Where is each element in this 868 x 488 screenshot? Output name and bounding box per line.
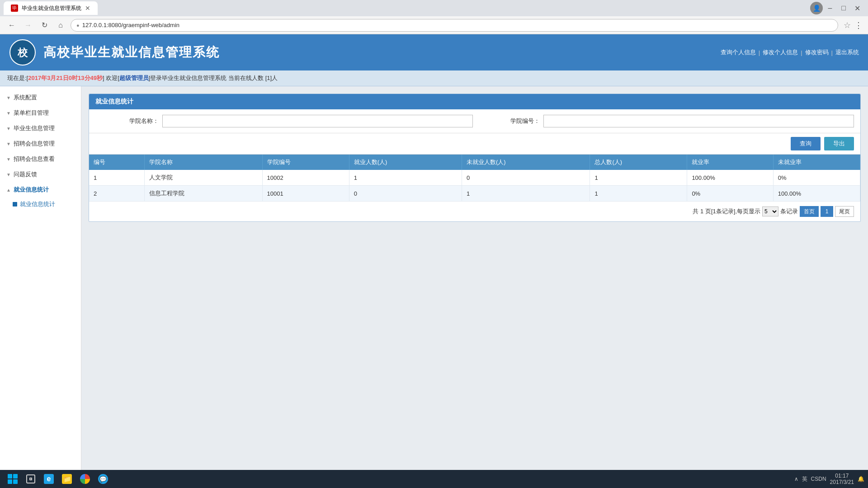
cell-employed-2: 0 xyxy=(349,186,462,202)
nav-edit-profile[interactable]: 修改个人信息 xyxy=(763,48,798,56)
cell-total-1: 1 xyxy=(590,170,687,186)
svg-text:校: 校 xyxy=(17,47,28,58)
forward-button[interactable]: → xyxy=(22,19,34,32)
app-body: ▼ 系统配置 ▼ 菜单栏目管理 ▼ 毕业生信息管理 ▼ 招聘会信息管理 ▼ 招聘… xyxy=(0,86,868,487)
nav-query-profile[interactable]: 查询个人信息 xyxy=(721,48,756,56)
col-header-unemployed: 未就业人数(人) xyxy=(462,155,590,170)
tab-title: 毕业生就业信息管理系统 xyxy=(22,5,81,12)
header-nav: 查询个人信息 | 修改个人信息 | 修改密码 | 退出系统 xyxy=(721,48,859,56)
cell-unemployed-2: 1 xyxy=(462,186,590,202)
arrow-icon-system-config: ▼ xyxy=(6,95,11,100)
cell-unemploy-rate-1: 0% xyxy=(773,170,860,186)
data-table: 编号 学院名称 学院编号 就业人数(人) 未就业人数(人) 总人数(人) 就业率… xyxy=(89,155,860,202)
cell-school-code-2: 10001 xyxy=(262,186,349,202)
taskbar: e 📁 💬 ∧ 英 CSDN 01:17 2017/3/21 🔔 xyxy=(0,470,868,487)
search-actions: 查询 导出 xyxy=(89,133,860,155)
minimize-button[interactable]: – xyxy=(824,2,836,14)
sidebar-label-menu: 菜单栏目管理 xyxy=(14,109,49,117)
tab-close-button[interactable]: ✕ xyxy=(85,5,90,12)
page-1-button[interactable]: 1 xyxy=(821,206,833,217)
pagination-summary: 共 1 页[1条记录],每页显示 xyxy=(693,207,760,216)
cell-unemployed-1: 0 xyxy=(462,170,590,186)
sidebar-subitem-employment-stats[interactable]: 就业信息统计 xyxy=(0,197,81,211)
export-button[interactable]: 导出 xyxy=(824,137,854,150)
school-code-input[interactable] xyxy=(543,115,854,127)
sidebar-item-employment-stats[interactable]: ▲ 就业信息统计 xyxy=(0,182,81,197)
cell-id-2: 2 xyxy=(89,186,144,202)
nav-divider-2: | xyxy=(801,49,802,56)
notification-icon[interactable]: 🔔 xyxy=(858,476,864,482)
clock-date: 2017/3/21 xyxy=(830,479,854,485)
task-view-button[interactable] xyxy=(23,471,39,487)
file-explorer-button[interactable]: 📁 xyxy=(59,471,75,487)
address-bar[interactable]: ● 127.0.0.1:8080/graempinf-web/admin xyxy=(71,19,838,32)
col-header-school-name: 学院名称 xyxy=(144,155,262,170)
table-header-row: 编号 学院名称 学院编号 就业人数(人) 未就业人数(人) 总人数(人) 就业率… xyxy=(89,155,860,170)
last-page-button[interactable]: 尾页 xyxy=(835,206,854,217)
sidebar-label-jobfair-view: 招聘会信息查看 xyxy=(14,155,55,163)
cell-school-code-1: 10002 xyxy=(262,170,349,186)
app-header: 校 高校毕业生就业信息管理系统 查询个人信息 | 修改个人信息 | 修改密码 |… xyxy=(0,34,868,70)
sidebar-item-job-fair-management[interactable]: ▼ 招聘会信息管理 xyxy=(0,136,81,151)
col-header-id: 编号 xyxy=(89,155,144,170)
status-mid: ] 欢迎[ xyxy=(103,75,119,81)
sidebar-label-employment: 就业信息统计 xyxy=(14,186,49,194)
panel-title: 就业信息统计 xyxy=(95,98,133,105)
taskbar-clock[interactable]: 01:17 2017/3/21 xyxy=(830,473,854,485)
profile-icon[interactable]: 👤 xyxy=(810,2,823,14)
search-form: 学院名称： 学院编号： xyxy=(89,109,860,133)
bookmark-button[interactable]: ☆ xyxy=(844,20,851,30)
arrow-icon-jobfair: ▼ xyxy=(6,141,11,146)
sidebar-item-menu-management[interactable]: ▼ 菜单栏目管理 xyxy=(0,105,81,121)
sidebar-label-jobfair: 招聘会信息管理 xyxy=(14,140,55,148)
browser-titlebar: 毕 毕业生就业信息管理系统 ✕ 👤 – □ ✕ xyxy=(0,0,868,16)
qq-button[interactable]: 💬 xyxy=(95,471,111,487)
taskbar-lang-icon[interactable]: 英 xyxy=(802,475,807,483)
cell-school-name-1: 人文学院 xyxy=(144,170,262,186)
arrow-icon-feedback: ▼ xyxy=(6,172,11,177)
home-button[interactable]: ⌂ xyxy=(54,19,67,32)
tab-favicon: 毕 xyxy=(11,5,18,12)
logo-svg: 校 xyxy=(9,39,36,66)
col-header-employ-rate: 就业率 xyxy=(687,155,773,170)
nav-divider-1: | xyxy=(759,49,760,56)
maximize-button[interactable]: □ xyxy=(837,2,850,14)
cell-school-name-2: 信息工程学院 xyxy=(144,186,262,202)
chrome-menu-button[interactable]: ⋮ xyxy=(854,20,863,30)
school-name-input[interactable] xyxy=(162,115,473,127)
sidebar: ▼ 系统配置 ▼ 菜单栏目管理 ▼ 毕业生信息管理 ▼ 招聘会信息管理 ▼ 招聘… xyxy=(0,86,81,487)
school-code-label: 学院编号： xyxy=(476,117,540,125)
query-button[interactable]: 查询 xyxy=(791,137,821,150)
table-row: 1 人文学院 10002 1 0 1 100.00% 0% xyxy=(89,170,860,186)
per-page-select[interactable]: 5 10 20 50 xyxy=(762,206,778,216)
sidebar-item-graduate-management[interactable]: ▼ 毕业生信息管理 xyxy=(0,121,81,136)
first-page-button[interactable]: 首页 xyxy=(800,206,819,217)
reload-button[interactable]: ↻ xyxy=(38,19,51,32)
sidebar-label-graduate: 毕业生信息管理 xyxy=(14,124,55,132)
nav-logout[interactable]: 退出系统 xyxy=(835,48,859,56)
sidebar-item-feedback[interactable]: ▼ 问题反馈 xyxy=(0,167,81,182)
sidebar-item-system-config[interactable]: ▼ 系统配置 xyxy=(0,90,81,105)
app-logo: 校 xyxy=(9,39,36,66)
url-text: 127.0.0.1:8080/graempinf-web/admin xyxy=(82,22,179,28)
cell-employed-1: 1 xyxy=(349,170,462,186)
clock-time: 01:17 xyxy=(835,473,849,479)
close-button[interactable]: ✕ xyxy=(851,2,863,14)
ie-button[interactable]: e xyxy=(41,471,57,487)
nav-change-password[interactable]: 修改密码 xyxy=(805,48,829,56)
back-button[interactable]: ← xyxy=(5,19,18,32)
start-button[interactable] xyxy=(5,471,21,487)
main-content: 就业信息统计 学院名称： 学院编号： 查询 导出 xyxy=(81,86,868,487)
taskbar-arrow-icon[interactable]: ∧ xyxy=(794,476,798,482)
chrome-taskbar-button[interactable] xyxy=(77,471,93,487)
taskbar-csdn-icon: CSDN xyxy=(811,476,826,482)
browser-tab[interactable]: 毕 毕业生就业信息管理系统 ✕ xyxy=(4,1,98,15)
security-icon: ● xyxy=(76,23,80,28)
col-header-school-code: 学院编号 xyxy=(262,155,349,170)
panel-header: 就业信息统计 xyxy=(89,94,860,109)
cell-total-2: 1 xyxy=(590,186,687,202)
col-header-unemploy-rate: 未就业率 xyxy=(773,155,860,170)
cell-unemploy-rate-2: 100.00% xyxy=(773,186,860,202)
cell-id-1: 1 xyxy=(89,170,144,186)
sidebar-item-job-fair-view[interactable]: ▼ 招聘会信息查看 xyxy=(0,151,81,167)
